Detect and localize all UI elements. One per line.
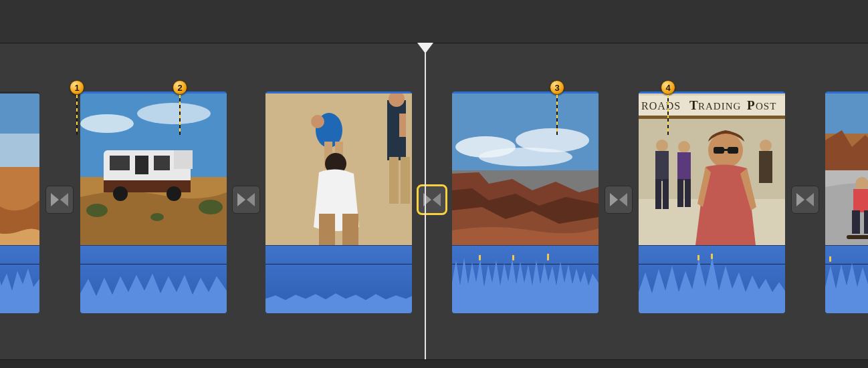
svg-marker-21 xyxy=(80,274,227,313)
sign-text-t: T xyxy=(689,98,698,112)
svg-rect-14 xyxy=(154,156,170,170)
svg-marker-5 xyxy=(0,266,39,313)
clip-4-audio[interactable] xyxy=(452,245,599,313)
clip-5-audio[interactable] xyxy=(639,245,785,313)
svg-marker-63 xyxy=(639,258,785,313)
svg-point-49 xyxy=(656,140,668,152)
transition-3-selected[interactable] xyxy=(418,186,446,214)
svg-rect-12 xyxy=(110,156,130,170)
svg-point-7 xyxy=(80,114,134,133)
clip-3-thumbnail xyxy=(265,91,412,245)
svg-rect-72 xyxy=(864,210,868,234)
transition-5[interactable] xyxy=(791,186,819,214)
svg-rect-52 xyxy=(663,179,669,209)
svg-rect-51 xyxy=(655,179,661,209)
svg-rect-56 xyxy=(685,179,691,207)
svg-rect-35 xyxy=(401,157,410,204)
transition-icon xyxy=(609,192,628,207)
svg-rect-33 xyxy=(399,114,406,137)
transition-icon xyxy=(796,192,815,207)
svg-point-16 xyxy=(113,186,128,201)
svg-point-53 xyxy=(678,141,690,153)
svg-point-17 xyxy=(167,186,181,201)
clip-1-thumbnail xyxy=(0,94,39,245)
playhead-handle-icon xyxy=(417,43,433,53)
svg-rect-50 xyxy=(655,151,669,181)
svg-rect-1 xyxy=(0,134,39,167)
svg-rect-70 xyxy=(853,189,868,212)
transition-1[interactable] xyxy=(45,186,74,214)
svg-point-57 xyxy=(760,140,772,152)
svg-point-19 xyxy=(199,200,223,214)
toolbar-strip xyxy=(0,0,868,43)
svg-point-40 xyxy=(479,148,572,166)
svg-rect-65 xyxy=(711,254,713,259)
clip-2-thumbnail xyxy=(80,91,227,245)
clip-3[interactable] xyxy=(265,91,412,313)
svg-rect-43 xyxy=(512,255,514,260)
sign-text-p: P xyxy=(747,98,755,112)
bottom-strip xyxy=(0,359,868,368)
svg-rect-58 xyxy=(759,151,772,183)
svg-rect-30 xyxy=(342,214,358,245)
svg-point-25 xyxy=(311,115,324,128)
svg-rect-15 xyxy=(174,150,193,169)
svg-rect-13 xyxy=(135,156,148,174)
sign-text-ost: OST xyxy=(756,101,776,112)
transition-icon xyxy=(237,192,255,207)
clip-2-audio[interactable] xyxy=(80,245,227,313)
clip-4[interactable] xyxy=(452,91,599,313)
svg-rect-29 xyxy=(319,214,335,245)
svg-point-18 xyxy=(86,204,108,217)
svg-marker-36 xyxy=(265,293,412,313)
clip-6-thumbnail xyxy=(825,91,868,245)
svg-rect-71 xyxy=(852,210,860,234)
svg-rect-62 xyxy=(724,149,728,151)
transition-icon xyxy=(423,192,441,207)
svg-rect-42 xyxy=(479,255,481,260)
svg-point-20 xyxy=(150,213,164,221)
svg-rect-60 xyxy=(714,147,724,154)
svg-rect-73 xyxy=(847,235,868,239)
svg-rect-54 xyxy=(677,152,691,180)
svg-point-8 xyxy=(137,103,211,124)
clip-6-audio[interactable] xyxy=(825,245,868,313)
clip-3-audio[interactable] xyxy=(265,245,412,313)
clip-6[interactable] xyxy=(825,91,868,313)
svg-rect-75 xyxy=(829,256,831,262)
transition-2[interactable] xyxy=(232,186,260,214)
transition-4[interactable] xyxy=(605,186,633,214)
clip-5-thumbnail: ROADS T RADING P OST xyxy=(639,91,785,245)
timeline[interactable]: ROADS T RADING P OST xyxy=(0,43,868,359)
clip-2[interactable] xyxy=(80,91,227,313)
clip-1-audio[interactable] xyxy=(0,245,39,313)
svg-rect-61 xyxy=(728,147,738,154)
svg-rect-47 xyxy=(639,116,785,119)
sign-text-rading: RADING xyxy=(698,101,741,112)
svg-marker-74 xyxy=(825,263,868,313)
transition-icon xyxy=(50,192,69,207)
svg-rect-44 xyxy=(547,254,549,260)
svg-rect-34 xyxy=(389,157,399,204)
clip-1[interactable] xyxy=(0,91,39,313)
svg-marker-41 xyxy=(452,258,599,313)
svg-rect-55 xyxy=(677,179,683,207)
svg-rect-64 xyxy=(697,255,699,260)
sign-text-roads: ROADS xyxy=(641,100,681,112)
clip-4-thumbnail xyxy=(452,91,599,245)
clip-5[interactable]: ROADS T RADING P OST xyxy=(639,91,785,313)
